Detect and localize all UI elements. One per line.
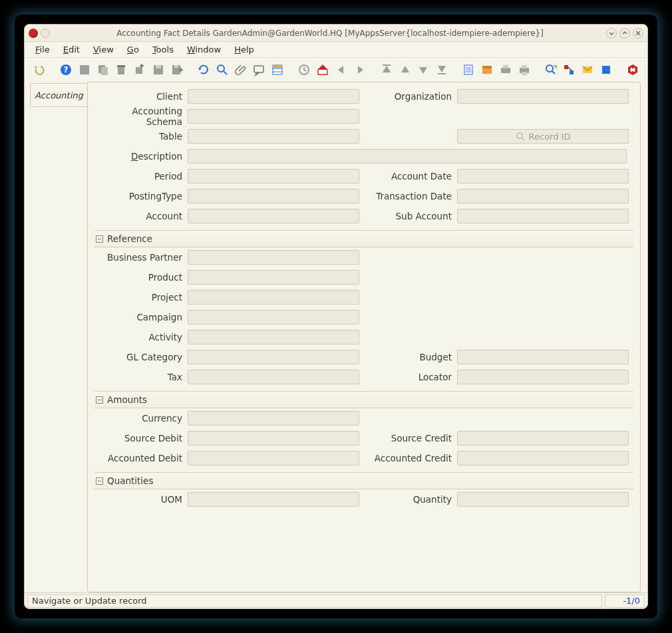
product-info-icon[interactable]: [598, 62, 614, 78]
collapse-icon: −: [96, 477, 103, 485]
label-period: Period: [94, 171, 188, 182]
field-transaction-date[interactable]: [457, 189, 629, 203]
svg-rect-41: [602, 66, 610, 74]
forward-icon[interactable]: [352, 62, 368, 78]
field-quantity[interactable]: [457, 492, 629, 507]
field-client[interactable]: [188, 89, 359, 104]
svg-rect-29: [482, 66, 492, 68]
field-campaign[interactable]: [188, 310, 359, 324]
side-tabs: Accounting: [25, 82, 87, 592]
field-project[interactable]: [188, 290, 359, 305]
svg-rect-11: [174, 65, 178, 68]
field-table[interactable]: [188, 129, 359, 144]
attachment-icon[interactable]: [233, 62, 249, 78]
svg-rect-4: [101, 67, 108, 75]
field-budget[interactable]: [457, 350, 629, 364]
request-icon[interactable]: [580, 62, 595, 78]
field-accounted-debit[interactable]: [188, 451, 359, 465]
menu-help[interactable]: Help: [229, 43, 259, 56]
print-icon[interactable]: [516, 62, 532, 78]
menu-edit[interactable]: Edit: [58, 43, 85, 56]
delete-icon[interactable]: [113, 62, 129, 78]
field-source-debit[interactable]: [188, 431, 359, 445]
field-account-date[interactable]: [457, 169, 629, 184]
close-button[interactable]: [633, 28, 643, 39]
field-product[interactable]: [188, 270, 359, 285]
save-new-icon[interactable]: [169, 62, 185, 78]
field-uom[interactable]: [188, 492, 359, 507]
menu-tools[interactable]: Tools: [147, 43, 179, 56]
svg-rect-33: [522, 65, 527, 68]
home-icon[interactable]: [315, 62, 331, 78]
label-organization: Organization: [364, 91, 457, 102]
svg-line-36: [552, 71, 555, 74]
field-business-partner[interactable]: [188, 250, 359, 265]
section-reference-label: Reference: [107, 233, 152, 244]
next-icon[interactable]: [415, 62, 431, 78]
archive-icon[interactable]: [479, 62, 495, 78]
label-posting-type: PostingType: [94, 191, 188, 201]
menu-window[interactable]: Window: [182, 43, 226, 56]
field-source-credit[interactable]: [457, 431, 629, 445]
field-gl-category[interactable]: [188, 350, 359, 364]
label-source-debit: Source Debit: [94, 433, 188, 443]
label-currency: Currency: [94, 413, 188, 424]
find-icon[interactable]: [214, 62, 230, 78]
save-icon[interactable]: [150, 62, 166, 78]
workflow-icon[interactable]: [561, 62, 577, 78]
field-posting-type[interactable]: [188, 189, 359, 203]
zoom-across-icon[interactable]: [543, 62, 559, 78]
label-accounted-debit: Accounted Debit: [94, 453, 188, 463]
section-amounts[interactable]: − Amounts: [94, 391, 633, 408]
new-icon[interactable]: [77, 62, 92, 78]
last-icon[interactable]: [434, 62, 450, 78]
svg-rect-23: [438, 73, 446, 74]
history-icon[interactable]: [296, 62, 312, 78]
label-project: Project: [94, 292, 188, 303]
exit-icon[interactable]: [625, 62, 641, 78]
chat-icon[interactable]: [252, 62, 267, 78]
record-id-button[interactable]: Record ID: [457, 129, 629, 144]
field-currency[interactable]: [188, 411, 359, 426]
label-quantity: Quantity: [364, 494, 457, 505]
section-quantities[interactable]: − Quantities: [94, 472, 633, 489]
svg-point-35: [546, 65, 553, 72]
delete-selection-icon[interactable]: [132, 62, 148, 78]
field-activity[interactable]: [188, 330, 359, 344]
first-icon[interactable]: [379, 62, 395, 78]
record-id-label: Record ID: [529, 132, 571, 142]
label-account: Account: [94, 211, 188, 221]
window-title: Accounting Fact Details GardenAdmin@Gard…: [54, 29, 606, 38]
back-icon[interactable]: [333, 62, 349, 78]
refresh-icon[interactable]: [196, 62, 212, 78]
menu-view[interactable]: View: [88, 43, 119, 56]
grid-toggle-icon[interactable]: [269, 62, 285, 78]
tab-accounting[interactable]: Accounting: [30, 83, 87, 107]
menu-file[interactable]: File: [30, 43, 55, 56]
zoom-icon: [516, 132, 525, 141]
help-icon[interactable]: ?: [58, 62, 74, 78]
section-reference[interactable]: − Reference: [94, 230, 633, 247]
status-message: Navigate or Update record: [27, 594, 602, 608]
maximize-button[interactable]: [619, 28, 630, 39]
field-accounting-schema[interactable]: [188, 109, 359, 124]
field-description[interactable]: [188, 149, 627, 164]
field-locator[interactable]: [457, 370, 629, 384]
label-accounted-credit: Accounted Credit: [364, 453, 457, 463]
copy-icon[interactable]: [95, 62, 111, 78]
field-accounted-credit[interactable]: [457, 451, 629, 465]
svg-rect-34: [522, 72, 527, 75]
field-period[interactable]: [188, 169, 359, 184]
field-account[interactable]: [188, 209, 359, 223]
window-menu-button[interactable]: [41, 29, 50, 38]
minimize-button[interactable]: [606, 28, 617, 39]
undo-icon[interactable]: [31, 62, 47, 78]
field-sub-account[interactable]: [457, 209, 629, 223]
menu-go[interactable]: Go: [122, 43, 144, 56]
previous-icon[interactable]: [397, 62, 413, 78]
label-accounting-schema: Accounting Schema: [94, 106, 188, 127]
report-icon[interactable]: [460, 62, 476, 78]
field-organization[interactable]: [457, 89, 629, 104]
field-tax[interactable]: [188, 370, 359, 384]
print-preview-icon[interactable]: [498, 62, 514, 78]
